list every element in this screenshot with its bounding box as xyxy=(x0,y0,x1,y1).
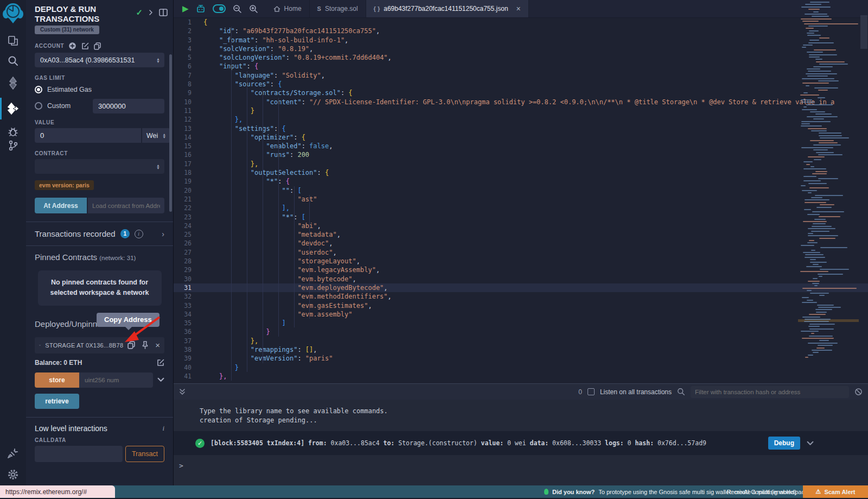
git-icon[interactable] xyxy=(0,136,26,155)
account-label: ACCOUNT xyxy=(35,43,64,49)
edit-balance-icon[interactable] xyxy=(157,359,164,367)
network-badge: Custom (31) network xyxy=(35,26,99,34)
search-icon[interactable] xyxy=(0,52,26,70)
value-input[interactable] xyxy=(35,128,141,143)
scam-alert-button[interactable]: ⚠ Scam Alert xyxy=(803,485,868,498)
retrieve-button[interactable]: retrieve xyxy=(35,394,79,409)
run-script-icon[interactable]: ▶ xyxy=(182,4,189,14)
terminal-search-icon[interactable] xyxy=(677,388,685,396)
code-editor[interactable]: 1{2 "id": "a69b43f277ba20fcac141151250ca… xyxy=(174,18,868,383)
evm-version-badge: evm version: paris xyxy=(35,180,94,190)
solidity-file-icon: S xyxy=(317,5,321,12)
browser-link-tooltip: https://remix.ethereum.org/# xyxy=(0,485,115,498)
store-arg-input[interactable] xyxy=(79,372,153,388)
edit-account-icon[interactable] xyxy=(81,42,89,50)
remix-ide-window: DEPLOY & RUN TRANSACTIONS ✓ Custom (31) … xyxy=(0,0,868,499)
expand-store-icon[interactable] xyxy=(157,377,164,382)
debug-button[interactable]: Debug xyxy=(768,437,800,450)
low-level-info-icon[interactable]: i xyxy=(162,424,164,433)
tx-log-text: [block:5583405 txIndex:4] from: 0xa03...… xyxy=(210,439,706,447)
code-line: 2 "id": "a69b43f277ba20fcac141151250ca75… xyxy=(174,27,868,35)
tab-label: Storage.sol xyxy=(325,5,358,12)
no-pinned-contracts-card: No pinned contracts found for selected w… xyxy=(38,270,162,306)
at-address-button[interactable]: At Address xyxy=(35,198,87,213)
copy-account-icon[interactable] xyxy=(94,42,101,50)
custom-gas-radio[interactable] xyxy=(35,102,42,110)
calldata-label: CALLDATA xyxy=(35,437,164,443)
terminal-prompt[interactable]: > xyxy=(179,462,183,470)
code-line: 5 "solcLongVersion": "0.8.19+commit.7dd6… xyxy=(174,53,868,62)
empty-line1: No pinned contracts found for xyxy=(46,277,154,288)
clear-console-icon[interactable] xyxy=(854,388,863,396)
tab-build-info-json[interactable]: { } a69b43f277ba20fcac141151250ca755.jso… xyxy=(366,0,529,17)
account-stepper-icon: ▲▼ xyxy=(156,58,160,63)
deploy-run-icon[interactable] xyxy=(0,99,26,118)
at-address-input[interactable] xyxy=(88,198,164,213)
pinned-contracts-heading: Pinned Contracts (network: 31) xyxy=(26,246,173,262)
estimated-gas-label: Estimated Gas xyxy=(47,86,92,93)
listen-all-checkbox[interactable] xyxy=(588,388,595,395)
file-explorer-icon[interactable] xyxy=(0,31,26,50)
copilot-toggle-icon[interactable] xyxy=(213,4,226,13)
contract-stepper-icon: ▲▼ xyxy=(156,164,160,169)
transactions-recorded-label: Transactions recorded xyxy=(35,229,116,238)
zoom-out-icon[interactable] xyxy=(233,4,242,14)
lightbulb-icon xyxy=(544,489,548,495)
transact-button[interactable]: Transact xyxy=(125,446,164,462)
account-label-row: ACCOUNT xyxy=(35,42,164,50)
account-select[interactable]: 0xA03...85ac4 (0.39866531531 ▲▼ xyxy=(35,53,164,67)
tab-home[interactable]: Home xyxy=(266,0,310,17)
terminal[interactable]: Type the library name to see available c… xyxy=(174,400,868,485)
tab-label: a69b43f277ba20fcac141151250ca755.json xyxy=(384,5,508,12)
add-account-icon[interactable] xyxy=(68,42,76,50)
value-unit: Wei xyxy=(146,132,158,140)
store-button[interactable]: store xyxy=(35,372,79,388)
estimated-gas-row[interactable]: Estimated Gas xyxy=(35,84,164,96)
collapse-terminal-icon[interactable] xyxy=(179,388,186,396)
collapse-instance-icon[interactable] xyxy=(39,343,41,348)
contract-select[interactable]: ▲▼ xyxy=(35,159,164,174)
zoom-in-icon[interactable] xyxy=(249,4,258,14)
icon-rail xyxy=(0,0,26,485)
tab-storage-sol[interactable]: S Storage.sol xyxy=(310,0,366,17)
contract-label: CONTRACT xyxy=(35,150,164,156)
editor-scrollbar[interactable] xyxy=(860,15,867,49)
remixai-robot-icon[interactable] xyxy=(196,4,206,14)
terminal-filter-input[interactable] xyxy=(691,386,849,398)
code-line: 8 "sources": { xyxy=(174,80,868,89)
terminal-line: creation of Storage pending... xyxy=(200,416,868,425)
remix-logo-icon[interactable] xyxy=(2,2,24,24)
expand-log-icon[interactable] xyxy=(807,441,814,446)
plugin-manager-icon[interactable] xyxy=(0,444,26,463)
info-icon[interactable]: i xyxy=(135,230,143,238)
minimap[interactable] xyxy=(798,2,859,361)
code-line: 40 } xyxy=(174,363,868,372)
value-unit-select[interactable]: Wei ▲▼ xyxy=(142,128,170,143)
expand-transactions-icon[interactable]: › xyxy=(162,230,164,238)
pin-panel-icon[interactable] xyxy=(159,9,168,16)
panel-title: DEPLOY & RUN TRANSACTIONS xyxy=(35,4,127,24)
code-line: 37 }, xyxy=(174,337,868,345)
json-file-icon: { } xyxy=(374,5,380,12)
tip-bold: Did you know? xyxy=(552,489,595,495)
custom-gas-row[interactable]: Custom xyxy=(35,100,164,112)
terminal-toolbar: 0 Listen on all transactions xyxy=(174,383,868,400)
panel-scrollbar[interactable] xyxy=(169,54,172,212)
code-line: 6 "input": { xyxy=(174,62,868,71)
annotation-arrow xyxy=(120,314,163,345)
close-tab-icon[interactable]: × xyxy=(516,4,521,13)
custom-gas-input[interactable] xyxy=(93,99,164,113)
transaction-log-row[interactable]: ✓ [block:5583405 txIndex:4] from: 0xa03.… xyxy=(174,431,868,455)
pinned-contracts-title: Pinned Contracts xyxy=(35,252,97,262)
deploy-run-panel: DEPLOY & RUN TRANSACTIONS ✓ Custom (31) … xyxy=(26,0,174,485)
estimated-gas-radio[interactable] xyxy=(35,86,42,93)
code-line: 38 "remappings": [], xyxy=(174,345,868,354)
panel-chevron-icon[interactable] xyxy=(148,9,154,16)
settings-gear-icon[interactable] xyxy=(0,465,26,484)
copilot-status[interactable]: RemixAI Copilot (enabled) xyxy=(727,485,796,498)
account-value: 0xA03...85ac4 (0.39866531531 xyxy=(40,56,154,64)
code-line: 3 "_format": "hh-sol-build-info-1", xyxy=(174,36,868,45)
value-label: VALUE xyxy=(35,119,164,125)
calldata-input[interactable] xyxy=(35,446,123,462)
solidity-compiler-icon[interactable] xyxy=(0,74,26,92)
